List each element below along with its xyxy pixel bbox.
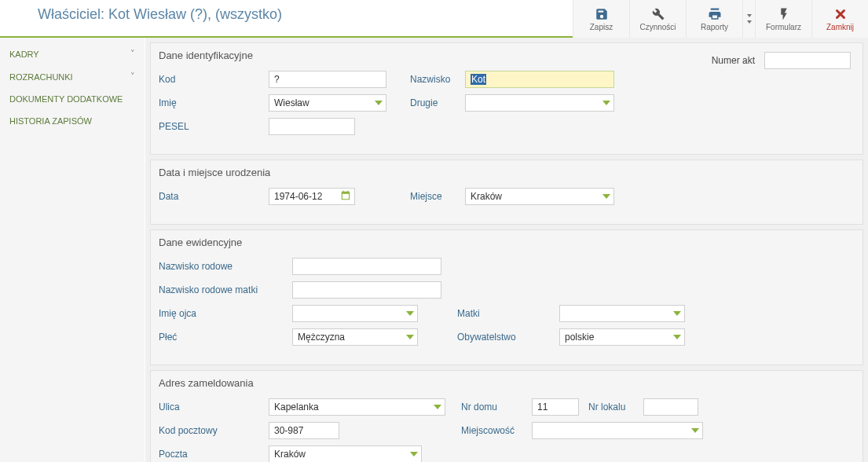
nrlok-input[interactable] bbox=[643, 398, 698, 416]
drugie-combo[interactable] bbox=[465, 94, 614, 112]
data-input[interactable]: 1974-06-12 bbox=[269, 188, 355, 205]
save-icon bbox=[595, 7, 609, 21]
chevron-down-icon bbox=[673, 311, 681, 316]
section-birth: Data i miejsce urodzenia Data 1974-06-12… bbox=[150, 160, 863, 225]
nazrod-label: Nazwisko rodowe bbox=[159, 261, 292, 272]
form-button[interactable]: Formularz bbox=[755, 0, 811, 38]
chevron-down-icon bbox=[602, 194, 610, 199]
data-label: Data bbox=[159, 191, 269, 202]
chevron-down-icon bbox=[673, 335, 681, 339]
ulica-label: Ulica bbox=[159, 402, 269, 412]
sidebar-item-kadry[interactable]: KADRY ˅ bbox=[0, 42, 145, 65]
calendar-icon bbox=[340, 190, 351, 204]
nazwisko-input[interactable]: Kot bbox=[465, 71, 614, 88]
kodp-label: Kod pocztowy bbox=[159, 425, 269, 436]
chevron-down-icon bbox=[602, 101, 610, 105]
kod-input[interactable] bbox=[269, 71, 386, 88]
pesel-label: PESEL bbox=[159, 121, 269, 132]
sidebar-item-dokumenty[interactable]: DOKUMENTY DODATKOWE bbox=[0, 88, 145, 110]
nazrod-input[interactable] bbox=[292, 258, 441, 275]
content: Numer akt Dane identyfikacyjne Kod Nazwi… bbox=[145, 38, 868, 462]
nrlok-label: Nr lokalu bbox=[588, 402, 643, 412]
miejsce-label: Miejsce bbox=[410, 191, 465, 202]
nrdomu-input[interactable] bbox=[532, 398, 579, 416]
toolbar: Zapisz Czynności Raporty Formularz Zamkn… bbox=[573, 0, 868, 38]
chevron-down-icon bbox=[375, 101, 383, 105]
imieojca-combo[interactable] bbox=[292, 305, 418, 322]
matki-combo[interactable] bbox=[559, 305, 685, 322]
wrench-icon bbox=[651, 7, 665, 21]
chevron-down-icon: ˅ bbox=[130, 49, 135, 59]
drugie-label: Drugie bbox=[410, 97, 465, 108]
section-title: Data i miejsce urodzenia bbox=[159, 167, 855, 178]
reports-dropdown[interactable] bbox=[742, 0, 755, 38]
close-icon bbox=[833, 7, 848, 21]
nazrodm-input[interactable] bbox=[292, 281, 441, 299]
plec-label: Płeć bbox=[159, 332, 292, 343]
imieojca-label: Imię ojca bbox=[159, 308, 292, 319]
chevron-down-icon bbox=[691, 428, 699, 433]
save-button[interactable]: Zapisz bbox=[573, 0, 629, 38]
section-ewid: Dane ewidencyjne Nazwisko rodowe Nazwisk… bbox=[150, 229, 863, 365]
nazrodm-label: Nazwisko rodowe matki bbox=[159, 284, 292, 295]
close-button[interactable]: Zamknij bbox=[811, 0, 868, 38]
section-title: Dane ewidencyjne bbox=[159, 236, 855, 248]
poczta-label: Poczta bbox=[159, 449, 269, 460]
chevron-down-icon: ˅ bbox=[130, 72, 135, 82]
ulica-combo[interactable]: Kapelanka bbox=[269, 398, 445, 416]
miejsc-label: Miejscowość bbox=[461, 425, 532, 436]
nrdomu-label: Nr domu bbox=[461, 402, 532, 412]
imie-combo[interactable]: Wiesław bbox=[269, 94, 386, 112]
pesel-input[interactable] bbox=[269, 118, 355, 135]
poczta-combo[interactable]: Kraków bbox=[269, 446, 422, 462]
imie-label: Imię bbox=[159, 97, 269, 108]
page-title: Właściciel: Kot Wiesław (?), (wszystko) bbox=[0, 0, 282, 23]
nazwisko-label: Nazwisko bbox=[410, 74, 465, 85]
kod-label: Kod bbox=[159, 74, 269, 85]
chevron-down-icon bbox=[406, 311, 414, 316]
chevron-down-icon bbox=[410, 452, 418, 456]
numerakt-label: Numer akt bbox=[712, 55, 755, 66]
obyw-label: Obywatelstwo bbox=[457, 332, 559, 343]
matki-label: Matki bbox=[457, 308, 559, 319]
chevron-down-icon bbox=[406, 335, 414, 339]
printer-icon bbox=[708, 7, 722, 21]
section-title: Adres zameldowania bbox=[159, 377, 855, 389]
bolt-icon bbox=[777, 7, 791, 21]
actions-button[interactable]: Czynności bbox=[629, 0, 686, 38]
sidebar-item-rozrachunki[interactable]: ROZRACHUNKI ˅ bbox=[0, 65, 145, 88]
chevron-down-icon bbox=[434, 405, 441, 409]
reports-button[interactable]: Raporty bbox=[686, 0, 742, 38]
miejsc-combo[interactable] bbox=[532, 422, 703, 439]
sidebar-item-historia[interactable]: HISTORIA ZAPISÓW bbox=[0, 110, 145, 132]
numerakt-input[interactable] bbox=[764, 52, 851, 69]
section-adres: Adres zameldowania Ulica Kapelanka Nr do… bbox=[150, 370, 863, 462]
kodp-input[interactable] bbox=[269, 422, 339, 439]
obyw-combo[interactable]: polskie bbox=[559, 328, 685, 346]
sidebar: KADRY ˅ ROZRACHUNKI ˅ DOKUMENTY DODATKOW… bbox=[0, 38, 145, 462]
plec-combo[interactable]: Mężczyzna bbox=[292, 328, 418, 346]
miejsce-combo[interactable]: Kraków bbox=[465, 188, 614, 205]
